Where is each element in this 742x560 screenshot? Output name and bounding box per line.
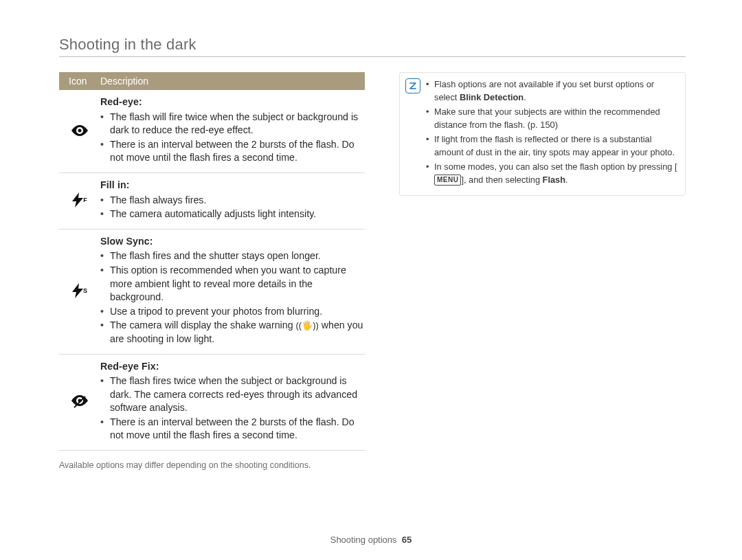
note-list: Flash options are not available if you s… <box>426 78 678 188</box>
icon-superscript: F <box>83 197 87 203</box>
bullet: The flash fires twice when the subject o… <box>100 374 365 415</box>
bullet: There is an interval between the 2 burst… <box>100 138 365 165</box>
note-bullet: If light from the flash is reflected or … <box>426 133 678 159</box>
info-icon <box>405 78 420 93</box>
content-columns: Icon Description Red-eye: The flash will… <box>59 72 686 470</box>
page: Shooting in the dark Icon Description Re… <box>0 0 742 560</box>
bullet: The camera will display the shake warnin… <box>100 319 365 346</box>
table-row: Red-eye: The flash will fire twice when … <box>59 90 365 173</box>
flash-fillin-icon: F <box>59 179 100 222</box>
page-number: 65 <box>402 535 412 545</box>
bullet: The flash fires and the shutter stays op… <box>100 249 365 263</box>
bullet: The flash will fire twice when the subje… <box>100 111 365 137</box>
bullet: The flash always fires. <box>100 194 365 208</box>
table-row: S Slow Sync: The flash fires and the shu… <box>59 229 365 355</box>
mode-name: Fill in <box>100 179 126 190</box>
note-bullet: Make sure that your subjects are within … <box>426 106 678 131</box>
th-description: Description <box>100 76 365 87</box>
mode-name: Red-eye <box>100 96 139 107</box>
svg-point-0 <box>78 128 82 132</box>
flash-table: Icon Description Red-eye: The flash will… <box>59 72 365 470</box>
bullet: This option is recommended when you want… <box>100 264 365 304</box>
description-cell: Red-eye Fix: The flash fires twice when … <box>100 360 365 444</box>
description-cell: Red-eye: The flash will fire twice when … <box>100 96 365 166</box>
page-footer: Shooting options 65 <box>0 535 742 545</box>
mode-name: Slow Sync <box>100 236 150 247</box>
bullet: There is an interval between the 2 burst… <box>100 416 365 443</box>
footer-section: Shooting options <box>330 535 397 545</box>
note-bullet: Flash options are not available if you s… <box>426 78 678 104</box>
flash-slowsync-icon: S <box>59 235 100 347</box>
bullet: Use a tripod to prevent your photos from… <box>100 305 365 319</box>
table-footnote: Available options may differ depending o… <box>59 460 365 470</box>
th-icon: Icon <box>59 76 100 87</box>
note-box: Flash options are not available if you s… <box>399 72 686 196</box>
page-title: Shooting in the dark <box>59 36 686 57</box>
note-column: Flash options are not available if you s… <box>399 72 686 470</box>
bullet: The camera automatically adjusts light i… <box>100 208 365 221</box>
eye-redeyefix-icon <box>59 360 100 444</box>
mode-name: Red-eye Fix <box>100 361 156 372</box>
table-row: F Fill in: The flash always fires. The c… <box>59 173 365 229</box>
menu-button-label: MENU <box>434 175 461 186</box>
table-header: Icon Description <box>59 72 365 90</box>
description-cell: Fill in: The flash always fires. The cam… <box>100 179 365 222</box>
eye-icon <box>59 96 100 166</box>
icon-superscript: S <box>83 287 87 294</box>
description-cell: Slow Sync: The flash fires and the shutt… <box>100 235 365 347</box>
table-row: Red-eye Fix: The flash fires twice when … <box>59 355 365 451</box>
note-bullet: In some modes, you can also set the flas… <box>426 161 678 186</box>
shake-warning-icon: ((🖐)) <box>295 320 318 331</box>
